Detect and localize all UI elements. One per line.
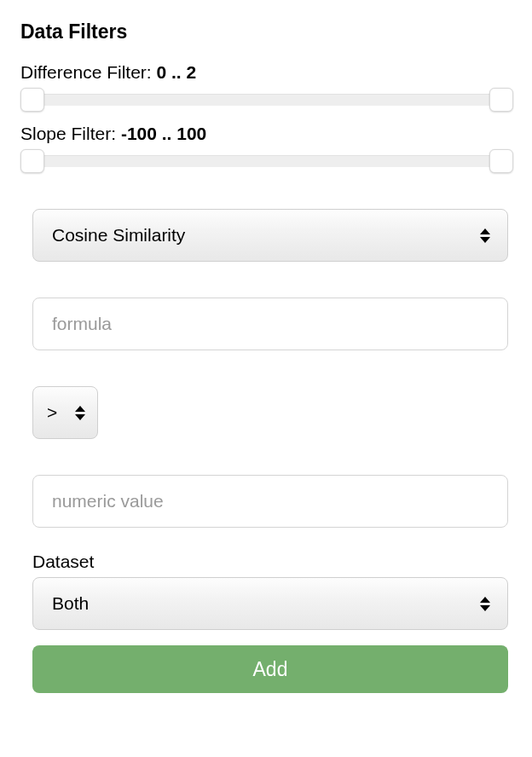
- numeric-value-input[interactable]: [32, 475, 508, 528]
- similarity-select-value: Cosine Similarity: [52, 225, 185, 246]
- difference-filter-section: Difference Filter: 0 .. 2: [20, 62, 512, 112]
- slider-rail: [20, 155, 513, 167]
- dataset-select[interactable]: Both: [32, 577, 508, 630]
- slope-filter-slider[interactable]: [20, 149, 513, 173]
- slope-slider-thumb-max[interactable]: [489, 149, 513, 173]
- difference-slider-thumb-max[interactable]: [489, 88, 513, 112]
- slope-filter-label: Slope Filter: -100 .. 100: [20, 124, 512, 144]
- chevron-updown-icon: [480, 597, 490, 611]
- dataset-label: Dataset: [32, 552, 512, 572]
- slope-slider-thumb-min[interactable]: [20, 149, 44, 173]
- numeric-value-row: [32, 475, 512, 528]
- data-filters-heading: Data Filters: [20, 20, 512, 43]
- similarity-row: Cosine Similarity: [32, 209, 512, 262]
- comparator-row: >: [32, 386, 512, 439]
- difference-filter-label: Difference Filter: 0 .. 2: [20, 62, 512, 83]
- filter-form: Cosine Similarity > Dataset Both Add: [20, 209, 512, 693]
- slider-rail: [20, 94, 513, 106]
- chevron-updown-icon: [480, 228, 490, 243]
- dataset-select-value: Both: [52, 593, 89, 614]
- difference-slider-thumb-min[interactable]: [20, 88, 44, 112]
- slope-filter-range: -100 .. 100: [121, 124, 206, 143]
- chevron-updown-icon: [75, 406, 85, 420]
- slope-filter-section: Slope Filter: -100 .. 100: [20, 124, 512, 173]
- similarity-select[interactable]: Cosine Similarity: [32, 209, 508, 262]
- difference-filter-label-text: Difference Filter:: [20, 62, 157, 82]
- add-button[interactable]: Add: [32, 645, 508, 693]
- comparator-select[interactable]: >: [32, 386, 98, 439]
- comparator-select-value: >: [47, 402, 57, 423]
- formula-input[interactable]: [32, 298, 508, 350]
- difference-filter-slider[interactable]: [20, 88, 513, 112]
- formula-row: [32, 298, 512, 350]
- slope-filter-label-text: Slope Filter:: [20, 124, 121, 143]
- difference-filter-range: 0 .. 2: [157, 62, 197, 82]
